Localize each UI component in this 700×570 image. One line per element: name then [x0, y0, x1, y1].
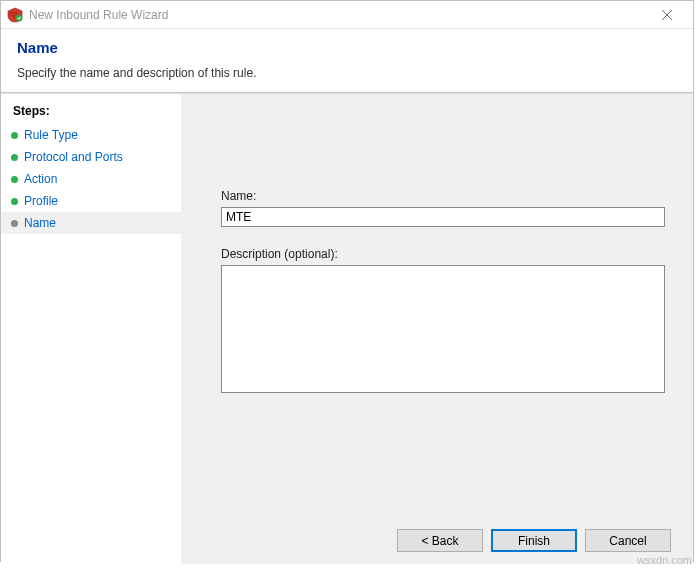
titlebar: New Inbound Rule Wizard	[1, 1, 693, 29]
bullet-icon	[11, 220, 18, 227]
step-label: Profile	[24, 194, 58, 208]
watermark: wsxdn.com	[637, 554, 692, 566]
cancel-button[interactable]: Cancel	[585, 529, 671, 552]
wizard-header: Name Specify the name and description of…	[1, 29, 693, 92]
close-button[interactable]	[647, 2, 687, 28]
finish-button[interactable]: Finish	[491, 529, 577, 552]
window-title: New Inbound Rule Wizard	[29, 8, 647, 22]
button-row: < Back Finish Cancel	[397, 529, 671, 552]
description-label: Description (optional):	[221, 247, 665, 261]
step-action[interactable]: Action	[1, 168, 181, 190]
svg-rect-1	[14, 12, 17, 14]
name-label: Name:	[221, 189, 665, 203]
close-icon	[662, 10, 672, 20]
form-area: Name: Description (optional):	[221, 189, 665, 396]
step-rule-type[interactable]: Rule Type	[1, 124, 181, 146]
wizard-window: New Inbound Rule Wizard Name Specify the…	[0, 0, 694, 562]
svg-rect-0	[10, 12, 13, 14]
step-name[interactable]: Name	[1, 212, 181, 234]
step-label: Action	[24, 172, 57, 186]
step-label: Name	[24, 216, 56, 230]
back-button[interactable]: < Back	[397, 529, 483, 552]
bullet-icon	[11, 198, 18, 205]
step-label: Protocol and Ports	[24, 150, 123, 164]
page-subtitle: Specify the name and description of this…	[17, 66, 677, 80]
page-title: Name	[17, 39, 677, 56]
steps-sidebar: Steps: Rule Type Protocol and Ports Acti…	[1, 94, 181, 564]
bullet-icon	[11, 154, 18, 161]
main-panel: Name: Description (optional): < Back Fin…	[181, 94, 693, 564]
svg-rect-2	[12, 15, 15, 17]
wizard-body: Steps: Rule Type Protocol and Ports Acti…	[1, 94, 693, 564]
bullet-icon	[11, 132, 18, 139]
firewall-icon	[7, 7, 23, 23]
bullet-icon	[11, 176, 18, 183]
name-input[interactable]	[221, 207, 665, 227]
description-input[interactable]	[221, 265, 665, 393]
steps-heading: Steps:	[1, 100, 181, 124]
step-label: Rule Type	[24, 128, 78, 142]
svg-point-3	[16, 14, 22, 20]
step-profile[interactable]: Profile	[1, 190, 181, 212]
step-protocol-ports[interactable]: Protocol and Ports	[1, 146, 181, 168]
